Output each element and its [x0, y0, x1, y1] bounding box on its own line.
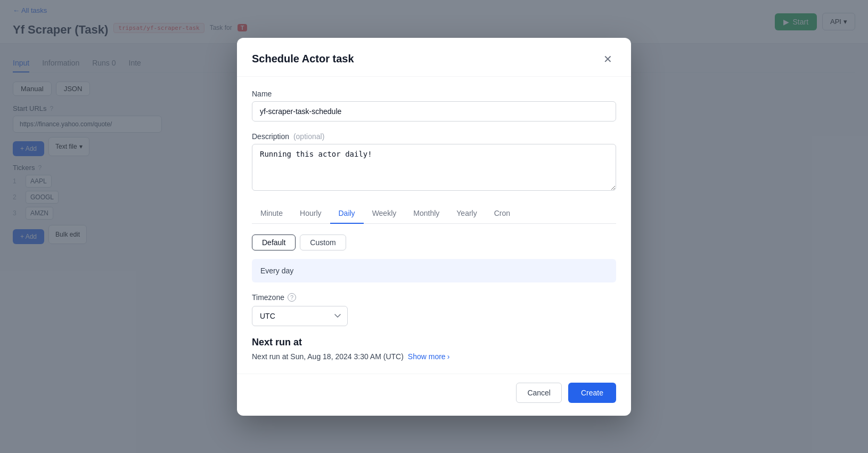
- name-label: Name: [252, 90, 616, 98]
- show-more-label: Show more: [408, 352, 446, 361]
- tab-weekly[interactable]: Weekly: [364, 204, 405, 224]
- create-button[interactable]: Create: [568, 383, 616, 403]
- modal-body: Name Description (optional) Running this…: [237, 77, 631, 374]
- modal-overlay[interactable]: Schedule Actor task ✕ Name Description (…: [0, 0, 868, 453]
- description-label: Description (optional): [252, 132, 616, 141]
- name-field-group: Name: [252, 90, 616, 122]
- tab-daily[interactable]: Daily: [330, 204, 364, 224]
- timezone-label-text: Timezone: [252, 293, 284, 302]
- every-day-display: Every day: [252, 259, 616, 282]
- modal-footer: Cancel Create: [237, 374, 631, 416]
- tab-minute[interactable]: Minute: [252, 204, 291, 224]
- timezone-label: Timezone ?: [252, 293, 616, 302]
- close-button[interactable]: ✕: [599, 51, 616, 68]
- tab-cron[interactable]: Cron: [486, 204, 519, 224]
- tab-hourly[interactable]: Hourly: [291, 204, 330, 224]
- chevron-right-icon: ›: [447, 352, 450, 361]
- show-more-link[interactable]: Show more ›: [408, 352, 449, 361]
- description-field-group: Description (optional) Running this acto…: [252, 132, 616, 193]
- modal-title: Schedule Actor task: [252, 53, 354, 65]
- description-textarea[interactable]: Running this actor daily!: [252, 144, 616, 191]
- schedule-tabs: Minute Hourly Daily Weekly Monthly Yearl…: [252, 204, 616, 224]
- custom-toggle-btn[interactable]: Custom: [300, 234, 346, 250]
- next-run-value: Next run at Sun, Aug 18, 2024 3:30 AM (U…: [252, 352, 404, 361]
- timezone-select[interactable]: UTC America/New_York Europe/London Asia/…: [252, 306, 348, 326]
- modal-header: Schedule Actor task ✕: [237, 38, 631, 77]
- description-label-text: Description: [252, 132, 289, 141]
- tab-monthly[interactable]: Monthly: [405, 204, 448, 224]
- optional-text: (optional): [293, 132, 324, 141]
- default-custom-toggle: Default Custom: [252, 234, 616, 250]
- timezone-group: Timezone ? UTC America/New_York Europe/L…: [252, 293, 616, 326]
- next-run-section: Next run at Next run at Sun, Aug 18, 202…: [252, 337, 616, 361]
- next-run-text: Next run at Sun, Aug 18, 2024 3:30 AM (U…: [252, 352, 616, 361]
- tab-yearly[interactable]: Yearly: [448, 204, 485, 224]
- schedule-modal: Schedule Actor task ✕ Name Description (…: [237, 38, 631, 416]
- default-toggle-btn[interactable]: Default: [252, 234, 296, 250]
- next-run-title: Next run at: [252, 337, 616, 348]
- timezone-help-icon: ?: [288, 293, 296, 302]
- cancel-button[interactable]: Cancel: [516, 383, 562, 403]
- name-input[interactable]: [252, 101, 616, 122]
